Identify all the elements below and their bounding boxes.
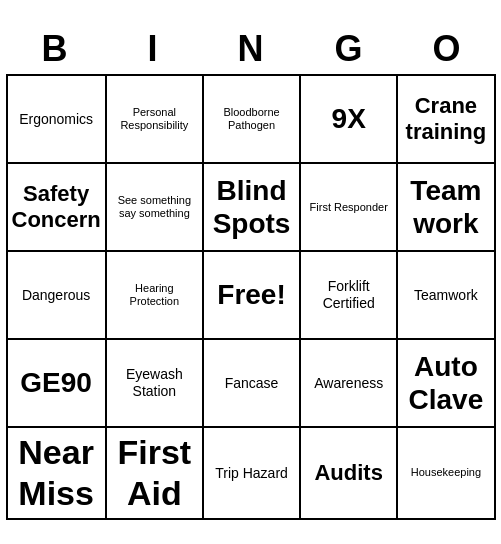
bingo-cell: Ergonomics bbox=[8, 76, 107, 164]
cell-text: Trip Hazard bbox=[215, 465, 288, 482]
header-letter: N bbox=[202, 24, 300, 74]
bingo-cell: GE90 bbox=[8, 340, 107, 428]
cell-text: 9X bbox=[332, 102, 366, 136]
bingo-grid: ErgonomicsPersonal ResponsibilityBloodbo… bbox=[6, 74, 496, 520]
cell-text: Housekeeping bbox=[411, 466, 481, 479]
bingo-cell: Blind Spots bbox=[204, 164, 301, 252]
cell-text: First Aid bbox=[111, 432, 198, 514]
bingo-cell: Teamwork bbox=[398, 252, 495, 340]
cell-text: Free! bbox=[217, 278, 285, 312]
bingo-cell: Personal Responsibility bbox=[107, 76, 204, 164]
bingo-cell: First Aid bbox=[107, 428, 204, 520]
bingo-cell: Trip Hazard bbox=[204, 428, 301, 520]
cell-text: Eyewash Station bbox=[111, 366, 198, 400]
cell-text: Auto Clave bbox=[402, 350, 489, 417]
bingo-cell: Housekeeping bbox=[398, 428, 495, 520]
bingo-cell: Free! bbox=[204, 252, 301, 340]
header-letter: B bbox=[6, 24, 104, 74]
bingo-cell: Crane training bbox=[398, 76, 495, 164]
cell-text: Fancase bbox=[225, 375, 279, 392]
header-letter: O bbox=[398, 24, 496, 74]
cell-text: Dangerous bbox=[22, 287, 91, 304]
cell-text: See something say something bbox=[111, 194, 198, 220]
cell-text: Awareness bbox=[314, 375, 383, 392]
cell-text: First Responder bbox=[310, 201, 388, 214]
bingo-cell: Safety Concern bbox=[8, 164, 107, 252]
bingo-cell: Forklift Certified bbox=[301, 252, 398, 340]
cell-text: Near Miss bbox=[12, 432, 101, 514]
bingo-cell: Audits bbox=[301, 428, 398, 520]
bingo-cell: Team work bbox=[398, 164, 495, 252]
cell-text: Personal Responsibility bbox=[111, 106, 198, 132]
cell-text: Ergonomics bbox=[19, 111, 93, 128]
bingo-cell: Hearing Protection bbox=[107, 252, 204, 340]
header-letter: G bbox=[300, 24, 398, 74]
cell-text: Crane training bbox=[402, 93, 489, 146]
cell-text: Team work bbox=[402, 174, 489, 241]
bingo-cell: Bloodborne Pathogen bbox=[204, 76, 301, 164]
cell-text: Safety Concern bbox=[12, 181, 101, 234]
bingo-cell: Awareness bbox=[301, 340, 398, 428]
cell-text: GE90 bbox=[20, 366, 92, 400]
bingo-card: BINGO ErgonomicsPersonal ResponsibilityB… bbox=[6, 24, 496, 520]
bingo-cell: First Responder bbox=[301, 164, 398, 252]
header-letters: BINGO bbox=[6, 24, 496, 74]
cell-text: Blind Spots bbox=[208, 174, 295, 241]
bingo-cell: See something say something bbox=[107, 164, 204, 252]
cell-text: Forklift Certified bbox=[305, 278, 392, 312]
cell-text: Teamwork bbox=[414, 287, 478, 304]
bingo-cell: Fancase bbox=[204, 340, 301, 428]
bingo-cell: 9X bbox=[301, 76, 398, 164]
bingo-cell: Near Miss bbox=[8, 428, 107, 520]
bingo-cell: Auto Clave bbox=[398, 340, 495, 428]
cell-text: Hearing Protection bbox=[111, 282, 198, 308]
cell-text: Audits bbox=[314, 460, 382, 486]
bingo-cell: Dangerous bbox=[8, 252, 107, 340]
bingo-cell: Eyewash Station bbox=[107, 340, 204, 428]
header-letter: I bbox=[104, 24, 202, 74]
cell-text: Bloodborne Pathogen bbox=[208, 106, 295, 132]
